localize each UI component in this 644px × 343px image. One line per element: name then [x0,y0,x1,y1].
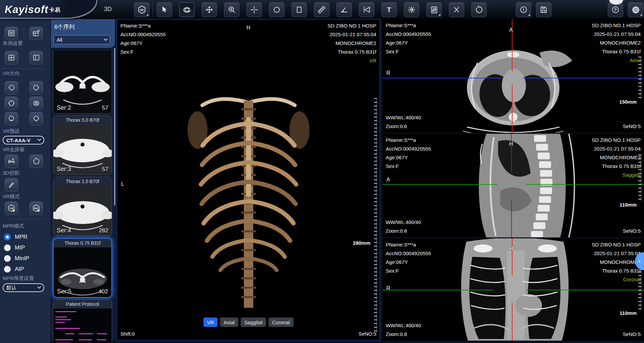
volume-3d-preset-button[interactable]: 3D [134,2,150,17]
adjust-panel-button[interactable] [426,2,442,17]
series-list-panel-button[interactable] [5,27,18,40]
crosshair-vertical-red[interactable] [512,238,513,275]
remove-bed-button[interactable] [5,155,18,168]
viewport-vr[interactable]: PName:S***a AccNO:0004920555 Age:067Y Se… [117,19,380,341]
vr-view-left-button[interactable] [5,81,18,95]
delete-annotation-button[interactable] [449,2,464,17]
crosshair-tool-button[interactable] [247,2,262,17]
pointer-tool-button[interactable] [157,2,172,17]
bed-reset-button[interactable] [30,155,43,168]
crosshair-horizontal-blue[interactable] [523,78,644,78]
mpr-radio-minip[interactable]: MinIP [4,255,29,262]
scale-label: 150mm [619,99,637,105]
text-annotation-tool-button[interactable]: T [381,2,397,17]
mip-hexagon-label: MIP [34,207,39,210]
angle-tool-button[interactable] [336,2,352,17]
crosshair-vertical-blue[interactable] [511,200,512,237]
rotate-3d-tool-button[interactable] [179,2,195,17]
vr-preset-select[interactable]: CT-AAA-V [3,136,44,145]
window-level-tool-button[interactable] [404,2,419,17]
zoom-value: Zoom:0.8 [386,227,421,235]
radio-unselected-icon[interactable] [4,244,11,251]
mode-3d-label: 3D [104,6,112,13]
reset-view-button[interactable] [471,2,487,17]
angle-icon [340,5,348,14]
mpr-radio-mpr[interactable]: MPR [4,234,28,240]
series-scrollbar[interactable] [114,48,115,206]
view-mode-vr-button[interactable]: VR [203,318,218,327]
info-exclamation-label: ! [523,7,524,12]
radio-unselected-icon[interactable] [4,266,11,273]
save-button[interactable] [536,2,551,17]
info-button[interactable]: ! [516,2,531,17]
plane-label: Axial [592,56,641,65]
view-mode-axial-button[interactable]: Axial [220,318,238,327]
radio-selected-icon[interactable] [4,234,11,240]
rectangle-roi-tool-button[interactable] [291,2,307,17]
vr-mode-label: VR模式 [3,193,20,200]
vr-view-right-button[interactable] [30,81,43,95]
patient-name: PName:S***a [386,21,431,30]
study-info-overlay: SD ZIBO NO.1 HOSP 2025-01-21 07:55:04 MO… [592,240,641,284]
vr-view-inferior-button[interactable] [30,97,43,110]
chevron-down-icon [37,285,41,289]
close-layout-panel-button[interactable] [30,27,43,40]
series-card-ser501[interactable]: Patient Protocol Ser:501 1 [53,299,112,343]
accession-number: AccNO:0004920555 [386,249,431,258]
crosshair-horizontal-green[interactable] [526,290,644,290]
layout-settings-label: 布局设置 [3,40,23,47]
viewport-axial[interactable]: PName:S***a AccNO:0004920555 Age:067Y Se… [382,19,644,133]
vr-mode-vr-button[interactable]: VR [5,202,18,215]
mpr-thickness-label: MPR厚度设置 [3,275,34,282]
series-title: Thorax 1.0 B70f [53,177,112,186]
series-description: Thorax 0.75 B31f [327,48,376,56]
settings-button[interactable] [628,2,643,17]
ruler-tool-button[interactable] [314,2,329,17]
zoom-tool-button[interactable] [224,2,239,17]
crosshair-horizontal-blue[interactable] [382,78,501,78]
vr-preset-label: VR预设 [3,128,20,134]
scale-ruler [374,98,377,333]
pan-tool-button[interactable] [202,2,217,17]
study-info-overlay: SD ZIBO NO.1 HOSP 2025-01-21 07:55:04 MO… [327,21,376,65]
crosshair-vertical-blue[interactable] [511,134,512,172]
cut-3d-knife-button[interactable] [5,178,18,191]
series-card-ser4[interactable]: Thorax 1.0 B70f Ser:4 282 [53,177,112,236]
vr-view-posterior-button[interactable] [5,112,18,125]
zoom-in-icon [227,5,236,14]
crosshair-horizontal-green[interactable] [382,290,493,290]
layout-grid-2x2-button[interactable] [5,51,18,64]
viewport-sagittal[interactable]: PName:S***a AccNO:0004920555 Age:067Y Se… [382,134,644,237]
hospital-name: SD ZIBO NO.1 HOSP [592,240,641,249]
mpr-radio-aip[interactable]: AIP [4,266,24,273]
vr-view-anterior-button[interactable] [30,112,43,125]
window-level-value: WW/WL:400/40 [386,218,421,227]
orientation-marker-top: A [509,27,513,33]
series-filter-select[interactable]: All [54,35,110,44]
mpr-thickness-select[interactable]: 默认 [3,283,44,292]
vr-view-superior-button[interactable] [5,97,18,110]
patient-name: PName:S***a [120,21,166,30]
series-card-ser3[interactable]: Thorax 5.0 B70f Ser:3 57 [53,115,112,175]
patient-age: Age:067Y [120,39,166,48]
crosshair-vertical-red[interactable] [512,85,513,133]
cut-3d-label: 3D切割 [3,170,19,176]
orientation-marker-top: H [247,25,251,31]
crosshair-horizontal-green[interactable] [526,184,644,185]
crosshair-horizontal-green[interactable] [382,184,497,185]
ellipse-roi-tool-button[interactable] [269,2,284,17]
mpr-radio-mip[interactable]: MIP [4,244,25,251]
ct-thumb-ser2 [53,51,112,113]
vr-mode-mip-button[interactable]: MIP [30,202,43,215]
view-mode-sagittal-button[interactable]: Saggital [240,318,266,327]
series-card-ser2[interactable]: Ser:2 57 [53,51,112,114]
radio-unselected-icon[interactable] [4,255,11,262]
view-mode-coronal-button[interactable]: Coronal [269,318,294,327]
crosshair-vertical-red[interactable] [512,303,513,341]
head-left-icon [7,84,15,92]
layout-split-button[interactable] [30,51,43,64]
viewport-coronal[interactable]: PName:S***a AccNO:0004920555 Age:067Y Se… [382,238,644,341]
orientation-marker-left: R [386,70,390,76]
cobb-angle-tool-button[interactable] [359,2,374,17]
series-card-ser5-selected[interactable]: Thorax 0.75 B31f Ser:5 402 [53,238,112,298]
